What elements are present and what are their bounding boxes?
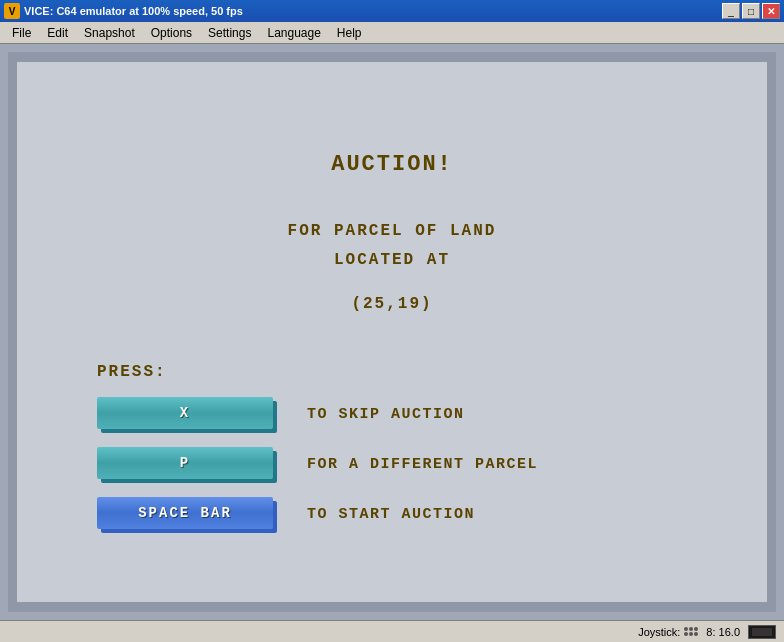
status-bar: Joystick: 8: 16.0	[0, 620, 784, 642]
press-label: PRESS:	[97, 363, 767, 381]
maximize-button[interactable]: □	[742, 3, 760, 19]
press-section: PRESS: X TO SKIP AUCTION	[17, 363, 767, 547]
menu-file[interactable]: File	[4, 24, 39, 42]
c64-screen: AUCTION! FOR PARCEL OF LAND LOCATED AT (…	[8, 52, 776, 612]
key-space-label: SPACE BAR	[138, 505, 232, 521]
tape-inner	[752, 628, 772, 636]
title-bar: V VICE: C64 emulator at 100% speed, 50 f…	[0, 0, 784, 22]
key-space-button[interactable]: SPACE BAR	[97, 497, 277, 533]
dot-3	[694, 627, 698, 631]
key-p-label: P	[180, 455, 190, 471]
dot-5	[689, 632, 693, 636]
c64-inner: AUCTION! FOR PARCEL OF LAND LOCATED AT (…	[17, 62, 767, 602]
joystick-label: Joystick:	[638, 626, 680, 638]
key-p-face: P	[97, 447, 273, 479]
key-x-face: X	[97, 397, 273, 429]
menu-snapshot[interactable]: Snapshot	[76, 24, 143, 42]
tape-indicator	[748, 625, 776, 639]
title-bar-buttons: _ □ ✕	[722, 3, 780, 19]
menu-language[interactable]: Language	[259, 24, 328, 42]
joystick-dots	[684, 627, 698, 636]
key-space-face: SPACE BAR	[97, 497, 273, 529]
menu-settings[interactable]: Settings	[200, 24, 259, 42]
main-content: AUCTION! FOR PARCEL OF LAND LOCATED AT (…	[0, 44, 784, 620]
app-icon: V	[4, 3, 20, 19]
menu-options[interactable]: Options	[143, 24, 200, 42]
dot-6	[694, 632, 698, 636]
menu-bar: File Edit Snapshot Options Settings Lang…	[0, 22, 784, 44]
game-area: AUCTION! FOR PARCEL OF LAND LOCATED AT (…	[17, 62, 767, 602]
key-row-p: P FOR A DIFFERENT PARCEL	[97, 447, 767, 483]
key-space-desc: TO START AUCTION	[307, 506, 475, 523]
key-x-button[interactable]: X	[97, 397, 277, 433]
key-x-label: X	[180, 405, 190, 421]
title-bar-left: V VICE: C64 emulator at 100% speed, 50 f…	[4, 3, 243, 19]
parcel-line2: LOCATED AT	[288, 246, 497, 275]
joystick-indicator: Joystick:	[638, 626, 698, 638]
menu-edit[interactable]: Edit	[39, 24, 76, 42]
close-button[interactable]: ✕	[762, 3, 780, 19]
key-p-button[interactable]: P	[97, 447, 277, 483]
dot-1	[684, 627, 688, 631]
window-title: VICE: C64 emulator at 100% speed, 50 fps	[24, 5, 243, 17]
key-row-x: X TO SKIP AUCTION	[97, 397, 767, 433]
key-p-desc: FOR A DIFFERENT PARCEL	[307, 456, 538, 473]
key-row-space: SPACE BAR TO START AUCTION	[97, 497, 767, 533]
parcel-info: FOR PARCEL OF LAND LOCATED AT	[288, 217, 497, 275]
dot-2	[689, 627, 693, 631]
dot-4	[684, 632, 688, 636]
menu-help[interactable]: Help	[329, 24, 370, 42]
key-x-desc: TO SKIP AUCTION	[307, 406, 465, 423]
minimize-button[interactable]: _	[722, 3, 740, 19]
auction-title: AUCTION!	[331, 152, 453, 177]
parcel-line1: FOR PARCEL OF LAND	[288, 217, 497, 246]
parcel-coords: (25,19)	[351, 295, 432, 313]
speed-indicator: 8: 16.0	[706, 626, 740, 638]
